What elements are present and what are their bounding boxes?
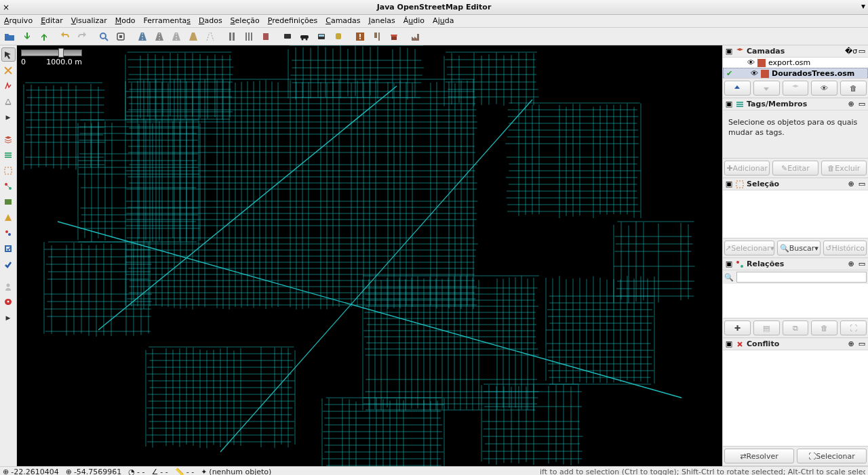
redo-button[interactable] <box>74 29 90 44</box>
layer-up-button[interactable] <box>724 81 751 96</box>
select-conflict-button[interactable]: ⛶ Selecionar <box>797 449 867 463</box>
svg-rect-9 <box>284 34 291 39</box>
lasso-tool[interactable] <box>1 63 16 77</box>
expand-tools[interactable]: ▶ <box>1 110 16 124</box>
close-panel-icon[interactable]: ▭ <box>858 180 866 188</box>
preset-road-track[interactable] <box>185 29 201 44</box>
close-panel-icon[interactable]: ▭ <box>858 100 866 108</box>
layer-delete-button[interactable]: 🗑 <box>840 81 867 96</box>
preset-transport[interactable] <box>279 29 296 44</box>
panel-title: Conflito <box>747 339 844 348</box>
draw-tool[interactable] <box>1 79 16 93</box>
relations-toggle[interactable] <box>1 179 16 193</box>
relation-delete-button[interactable]: 🗑 <box>811 321 837 335</box>
menu-ferramentas[interactable]: Ferramentas <box>144 16 191 26</box>
layer-row[interactable]: 👁 export.osm <box>723 58 868 68</box>
collapse-icon[interactable]: ▣ <box>725 260 733 268</box>
history-button[interactable]: ↺ Histórico <box>823 241 867 255</box>
menu-dados[interactable]: Dados <box>199 16 222 26</box>
relation-new-button[interactable]: ✚ <box>724 321 751 335</box>
layer-down-button[interactable] <box>753 81 780 96</box>
preferences-button[interactable] <box>113 29 129 44</box>
author-toggle[interactable] <box>1 279 16 293</box>
map-canvas[interactable]: 01000.0 m // generate a plausible cyan s… <box>17 45 722 466</box>
add-tag-button[interactable]: ✚ Adicionar <box>724 161 770 175</box>
resolve-button[interactable]: ⇄ Resolver <box>724 449 794 463</box>
select-button[interactable]: ↗ Selecionar ▾ <box>724 241 774 255</box>
undo-button[interactable] <box>57 29 73 44</box>
search-button[interactable] <box>96 29 112 44</box>
preset-car[interactable] <box>296 29 313 44</box>
pin-icon[interactable]: ⊕ <box>847 100 855 108</box>
close-panel-icon[interactable]: ▭ <box>858 340 866 348</box>
preset-barrier-fence[interactable] <box>241 29 257 44</box>
relation-dup-button[interactable]: ⧉ <box>783 321 809 335</box>
preset-road-path[interactable] <box>202 29 218 44</box>
preset-road-motorway[interactable] <box>134 29 151 44</box>
collapse-icon[interactable]: ▣ <box>725 340 733 348</box>
menu-arquivo[interactable]: Arquivo <box>4 16 33 26</box>
menu-selecao[interactable]: Seleção <box>231 16 260 26</box>
close-panel-icon[interactable]: ▭ <box>858 47 866 56</box>
layer-visible-button[interactable]: 👁 <box>811 81 837 96</box>
tags-toggle[interactable] <box>1 148 16 162</box>
close-panel-icon[interactable]: ▭ <box>858 260 866 268</box>
right-panel: ▣ Camadas �σ ▭ 👁 export.osm ✔ 👁 <box>722 45 868 466</box>
eye-icon[interactable]: 👁 <box>751 69 758 78</box>
preset-bus[interactable] <box>313 29 330 44</box>
svg-text:!: ! <box>358 33 361 41</box>
preset-road-secondary[interactable] <box>168 29 184 44</box>
notes-toggle[interactable] <box>1 295 16 309</box>
edit-tag-button[interactable]: ✎ Editar <box>772 161 818 175</box>
maximize-window-icon[interactable]: ▾ <box>861 1 865 11</box>
conflict-toggle[interactable] <box>1 210 16 224</box>
menu-editar[interactable]: Editar <box>41 16 63 26</box>
preset-food[interactable] <box>369 29 385 44</box>
delete-tag-button[interactable]: 🗑 Excluir <box>821 161 867 175</box>
filter-toggle[interactable] <box>1 226 16 240</box>
changeset-toggle[interactable] <box>1 241 16 255</box>
upload-button[interactable] <box>35 29 52 44</box>
select-tool[interactable] <box>1 47 16 62</box>
eye-icon[interactable]: 👁 <box>747 58 755 67</box>
collapse-icon[interactable]: ▣ <box>725 47 733 56</box>
collapse-icon[interactable]: ▣ <box>725 180 733 188</box>
preset-train[interactable] <box>330 29 347 44</box>
download-button[interactable] <box>18 29 35 44</box>
collapse-icon[interactable]: ▣ <box>725 100 733 108</box>
layer-toggle-button[interactable] <box>783 81 809 96</box>
selection-toggle[interactable] <box>1 163 16 178</box>
pin-icon[interactable]: �σ <box>847 47 855 56</box>
menu-visualizar[interactable]: Visualizar <box>71 16 107 26</box>
validate-toggle[interactable] <box>1 257 16 271</box>
preset-shop[interactable] <box>386 29 402 44</box>
menu-modo[interactable]: Modo <box>115 16 136 26</box>
relations-filter-input[interactable] <box>736 272 867 283</box>
menu-ajuda[interactable]: Ajuda <box>433 16 454 26</box>
layer-row-active[interactable]: ✔ 👁 DouradosTrees.osm <box>723 68 868 78</box>
relation-select-button[interactable]: ⛶ <box>840 321 867 335</box>
layers-toggle[interactable] <box>1 132 16 146</box>
preset-industrial[interactable] <box>408 29 424 44</box>
relations-icon <box>736 260 744 268</box>
preset-road-primary[interactable] <box>151 29 167 44</box>
selection-icon <box>736 180 744 188</box>
preset-barrier-wall[interactable] <box>224 29 240 44</box>
preset-barrier-gate[interactable] <box>258 29 274 44</box>
search-button[interactable]: 🔍 Buscar ▾ <box>777 241 821 255</box>
minimap-toggle[interactable] <box>1 194 16 209</box>
pin-icon[interactable]: ⊕ <box>847 180 855 188</box>
open-file-button[interactable] <box>1 29 18 44</box>
relation-edit-button[interactable]: ▤ <box>753 321 780 335</box>
menu-audio[interactable]: Áudio <box>403 16 425 26</box>
close-window-icon[interactable]: × <box>3 3 9 12</box>
menu-predefinicoes[interactable]: Predefinições <box>268 16 317 26</box>
preset-warning[interactable]: ! <box>352 29 368 44</box>
pin-icon[interactable]: ⊕ <box>847 260 855 268</box>
pin-icon[interactable]: ⊕ <box>847 340 855 348</box>
globe-icon: ⊕ <box>3 468 9 476</box>
extrude-tool[interactable] <box>1 94 16 108</box>
menu-janelas[interactable]: Janelas <box>369 16 395 26</box>
expand-panels[interactable]: ▶ <box>1 310 16 325</box>
menu-camadas[interactable]: Camadas <box>326 16 360 26</box>
